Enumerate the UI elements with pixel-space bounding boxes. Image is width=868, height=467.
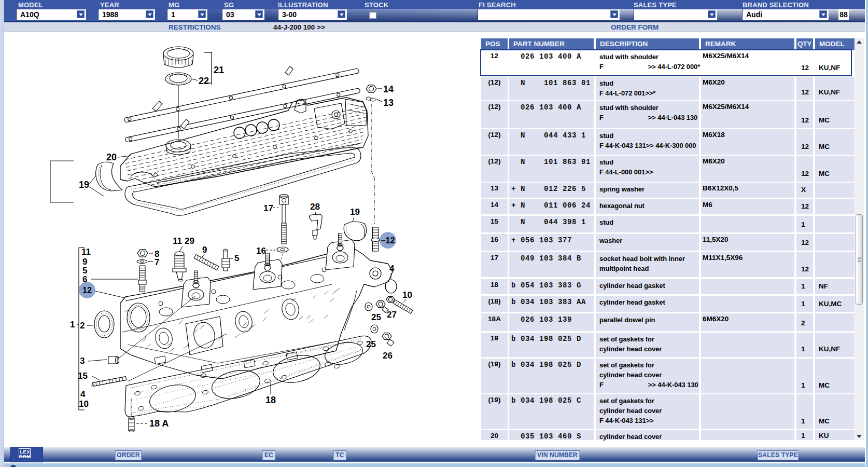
svg-text:29: 29 <box>185 236 194 246</box>
svg-text:11: 11 <box>81 247 91 257</box>
svg-text:19: 19 <box>350 207 360 217</box>
svg-text:15: 15 <box>78 371 88 381</box>
svg-text:27: 27 <box>387 310 397 320</box>
svg-text:21: 21 <box>214 65 224 75</box>
svg-text:20: 20 <box>106 152 117 162</box>
svg-text:28: 28 <box>310 202 320 212</box>
svg-text:5: 5 <box>234 253 239 263</box>
svg-text:1: 1 <box>70 320 75 329</box>
svg-text:4: 4 <box>80 389 86 399</box>
svg-text:25: 25 <box>371 312 381 322</box>
svg-text:16: 16 <box>256 246 266 256</box>
svg-text:7: 7 <box>155 257 159 267</box>
svg-text:11: 11 <box>173 236 182 246</box>
svg-text:10: 10 <box>402 290 412 300</box>
svg-text:18: 18 <box>265 395 276 405</box>
svg-text:12: 12 <box>82 286 92 295</box>
svg-text:18 A: 18 A <box>149 418 169 429</box>
svg-text:4: 4 <box>389 264 395 273</box>
svg-text:10: 10 <box>79 399 89 409</box>
svg-text:26: 26 <box>383 351 393 361</box>
svg-text:14: 14 <box>383 84 394 94</box>
svg-text:13: 13 <box>383 98 394 108</box>
svg-text:2: 2 <box>80 321 85 331</box>
svg-text:3: 3 <box>80 356 85 366</box>
svg-text:22: 22 <box>199 76 209 86</box>
svg-text:19: 19 <box>79 180 89 190</box>
svg-text:17: 17 <box>263 203 273 213</box>
svg-text:–12: –12 <box>381 236 395 245</box>
svg-text:9: 9 <box>202 245 207 255</box>
